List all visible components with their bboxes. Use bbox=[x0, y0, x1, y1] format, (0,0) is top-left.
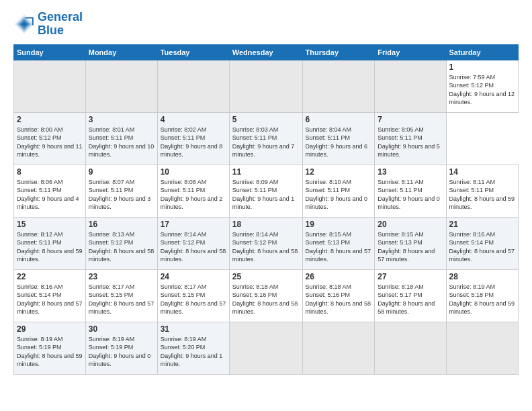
calendar-cell bbox=[375, 60, 446, 112]
day-number: 13 bbox=[378, 167, 443, 177]
calendar-cell: 3Sunrise: 8:01 AMSunset: 5:11 PMDaylight… bbox=[85, 112, 157, 165]
cell-info: Sunrise: 8:15 AMSunset: 5:13 PMDaylight:… bbox=[306, 230, 372, 264]
day-number: 27 bbox=[378, 272, 443, 281]
calendar-cell bbox=[302, 60, 375, 112]
calendar-week-row: 8Sunrise: 8:06 AMSunset: 5:11 PMDaylight… bbox=[14, 165, 519, 217]
calendar-week-row: 1Sunrise: 7:59 AMSunset: 5:12 PMDaylight… bbox=[14, 60, 519, 112]
day-number: 5 bbox=[232, 115, 300, 124]
logo-text: General Blue bbox=[38, 11, 83, 38]
calendar-cell: 6Sunrise: 8:04 AMSunset: 5:11 PMDaylight… bbox=[302, 112, 375, 165]
calendar-cell: 27Sunrise: 8:18 AMSunset: 5:17 PMDayligh… bbox=[375, 269, 446, 322]
cell-info: Sunrise: 8:13 AMSunset: 5:12 PMDaylight:… bbox=[89, 230, 154, 264]
calendar-cell: 23Sunrise: 8:17 AMSunset: 5:15 PMDayligh… bbox=[85, 269, 157, 322]
calendar-cell bbox=[302, 322, 375, 374]
cell-info: Sunrise: 8:18 AMSunset: 5:17 PMDaylight:… bbox=[378, 283, 443, 316]
cell-info: Sunrise: 8:19 AMSunset: 5:19 PMDaylight:… bbox=[89, 335, 154, 369]
calendar-cell bbox=[375, 322, 446, 374]
day-number: 1 bbox=[449, 62, 515, 72]
page: General Blue SundayMondayTuesdayWednesda… bbox=[0, 0, 532, 411]
logo: General Blue bbox=[13, 11, 83, 38]
calendar-cell: 21Sunrise: 8:16 AMSunset: 5:14 PMDayligh… bbox=[446, 217, 518, 269]
calendar-cell: 9Sunrise: 8:07 AMSunset: 5:11 PMDaylight… bbox=[85, 165, 157, 217]
calendar-cell: 13Sunrise: 8:11 AMSunset: 5:11 PMDayligh… bbox=[375, 165, 446, 217]
day-number: 30 bbox=[89, 324, 154, 334]
day-header: Monday bbox=[85, 44, 157, 60]
day-number: 9 bbox=[89, 167, 154, 177]
day-number: 15 bbox=[17, 220, 83, 229]
day-number: 25 bbox=[232, 272, 300, 281]
calendar-cell: 15Sunrise: 8:12 AMSunset: 5:11 PMDayligh… bbox=[14, 217, 86, 269]
calendar-cell: 12Sunrise: 8:10 AMSunset: 5:11 PMDayligh… bbox=[302, 165, 375, 217]
calendar-cell: 25Sunrise: 8:18 AMSunset: 5:16 PMDayligh… bbox=[229, 269, 302, 322]
cell-info: Sunrise: 8:17 AMSunset: 5:15 PMDaylight:… bbox=[89, 283, 154, 316]
cell-info: Sunrise: 8:02 AMSunset: 5:11 PMDaylight:… bbox=[161, 126, 226, 159]
cell-info: Sunrise: 8:18 AMSunset: 5:16 PMDaylight:… bbox=[232, 283, 300, 316]
calendar-cell: 30Sunrise: 8:19 AMSunset: 5:19 PMDayligh… bbox=[85, 322, 157, 374]
day-header: Friday bbox=[375, 44, 446, 60]
day-number: 24 bbox=[161, 272, 226, 281]
day-number: 16 bbox=[89, 220, 154, 229]
calendar-cell: 18Sunrise: 8:14 AMSunset: 5:12 PMDayligh… bbox=[229, 217, 302, 269]
calendar-header-row: SundayMondayTuesdayWednesdayThursdayFrid… bbox=[14, 44, 519, 60]
calendar-week-row: 2Sunrise: 8:00 AMSunset: 5:12 PMDaylight… bbox=[14, 112, 519, 165]
cell-info: Sunrise: 8:19 AMSunset: 5:20 PMDaylight:… bbox=[161, 335, 226, 369]
cell-info: Sunrise: 8:06 AMSunset: 5:11 PMDaylight:… bbox=[17, 178, 83, 212]
day-number: 3 bbox=[89, 115, 154, 124]
cell-info: Sunrise: 8:16 AMSunset: 5:14 PMDaylight:… bbox=[449, 230, 515, 264]
calendar-week-row: 22Sunrise: 8:16 AMSunset: 5:14 PMDayligh… bbox=[14, 269, 519, 322]
day-number: 21 bbox=[449, 220, 515, 229]
calendar-cell: 7Sunrise: 8:05 AMSunset: 5:11 PMDaylight… bbox=[375, 112, 446, 165]
day-number: 11 bbox=[232, 167, 300, 177]
logo-icon bbox=[13, 13, 35, 35]
calendar-cell bbox=[446, 322, 518, 374]
calendar-week-row: 29Sunrise: 8:19 AMSunset: 5:19 PMDayligh… bbox=[14, 322, 519, 374]
day-number: 6 bbox=[306, 115, 372, 124]
cell-info: Sunrise: 8:00 AMSunset: 5:12 PMDaylight:… bbox=[17, 126, 83, 159]
calendar-cell: 19Sunrise: 8:15 AMSunset: 5:13 PMDayligh… bbox=[302, 217, 375, 269]
calendar-cell bbox=[229, 322, 302, 374]
cell-info: Sunrise: 8:03 AMSunset: 5:11 PMDaylight:… bbox=[232, 126, 300, 159]
day-number: 14 bbox=[449, 167, 515, 177]
day-number: 26 bbox=[306, 272, 372, 281]
cell-info: Sunrise: 8:11 AMSunset: 5:11 PMDaylight:… bbox=[378, 178, 443, 212]
day-header: Wednesday bbox=[229, 44, 302, 60]
calendar-cell: 1Sunrise: 7:59 AMSunset: 5:12 PMDaylight… bbox=[446, 60, 518, 112]
day-number: 12 bbox=[306, 167, 372, 177]
calendar-cell: 11Sunrise: 8:09 AMSunset: 5:11 PMDayligh… bbox=[229, 165, 302, 217]
day-number: 23 bbox=[89, 272, 154, 281]
cell-info: Sunrise: 8:19 AMSunset: 5:19 PMDaylight:… bbox=[17, 335, 83, 369]
day-header: Tuesday bbox=[157, 44, 229, 60]
cell-info: Sunrise: 8:01 AMSunset: 5:11 PMDaylight:… bbox=[89, 126, 154, 159]
calendar-cell: 14Sunrise: 8:11 AMSunset: 5:11 PMDayligh… bbox=[446, 165, 518, 217]
cell-info: Sunrise: 8:16 AMSunset: 5:14 PMDaylight:… bbox=[17, 283, 83, 316]
header: General Blue bbox=[13, 11, 519, 38]
calendar-cell bbox=[14, 60, 86, 112]
day-header: Thursday bbox=[302, 44, 375, 60]
calendar: SundayMondayTuesdayWednesdayThursdayFrid… bbox=[13, 44, 519, 375]
calendar-week-row: 15Sunrise: 8:12 AMSunset: 5:11 PMDayligh… bbox=[14, 217, 519, 269]
calendar-cell: 26Sunrise: 8:18 AMSunset: 5:16 PMDayligh… bbox=[302, 269, 375, 322]
day-number: 19 bbox=[306, 220, 372, 229]
cell-info: Sunrise: 8:11 AMSunset: 5:11 PMDaylight:… bbox=[449, 178, 515, 212]
calendar-cell: 17Sunrise: 8:14 AMSunset: 5:12 PMDayligh… bbox=[157, 217, 229, 269]
cell-info: Sunrise: 8:07 AMSunset: 5:11 PMDaylight:… bbox=[89, 178, 154, 212]
cell-info: Sunrise: 8:18 AMSunset: 5:16 PMDaylight:… bbox=[306, 283, 372, 316]
cell-info: Sunrise: 8:17 AMSunset: 5:15 PMDaylight:… bbox=[161, 283, 226, 316]
day-number: 22 bbox=[17, 272, 83, 281]
day-number: 4 bbox=[161, 115, 226, 124]
day-number: 20 bbox=[378, 220, 443, 229]
calendar-cell: 8Sunrise: 8:06 AMSunset: 5:11 PMDaylight… bbox=[14, 165, 86, 217]
cell-info: Sunrise: 8:04 AMSunset: 5:11 PMDaylight:… bbox=[306, 126, 372, 159]
cell-info: Sunrise: 8:19 AMSunset: 5:18 PMDaylight:… bbox=[449, 283, 515, 316]
calendar-cell: 22Sunrise: 8:16 AMSunset: 5:14 PMDayligh… bbox=[14, 269, 86, 322]
day-number: 29 bbox=[17, 324, 83, 334]
day-number: 28 bbox=[449, 272, 515, 281]
calendar-cell bbox=[229, 60, 302, 112]
calendar-cell: 20Sunrise: 8:15 AMSunset: 5:13 PMDayligh… bbox=[375, 217, 446, 269]
cell-info: Sunrise: 8:08 AMSunset: 5:11 PMDaylight:… bbox=[161, 178, 226, 212]
calendar-cell: 4Sunrise: 8:02 AMSunset: 5:11 PMDaylight… bbox=[157, 112, 229, 165]
day-number: 7 bbox=[378, 115, 443, 124]
calendar-cell: 16Sunrise: 8:13 AMSunset: 5:12 PMDayligh… bbox=[85, 217, 157, 269]
calendar-cell: 28Sunrise: 8:19 AMSunset: 5:18 PMDayligh… bbox=[446, 269, 518, 322]
cell-info: Sunrise: 8:14 AMSunset: 5:12 PMDaylight:… bbox=[232, 230, 300, 264]
